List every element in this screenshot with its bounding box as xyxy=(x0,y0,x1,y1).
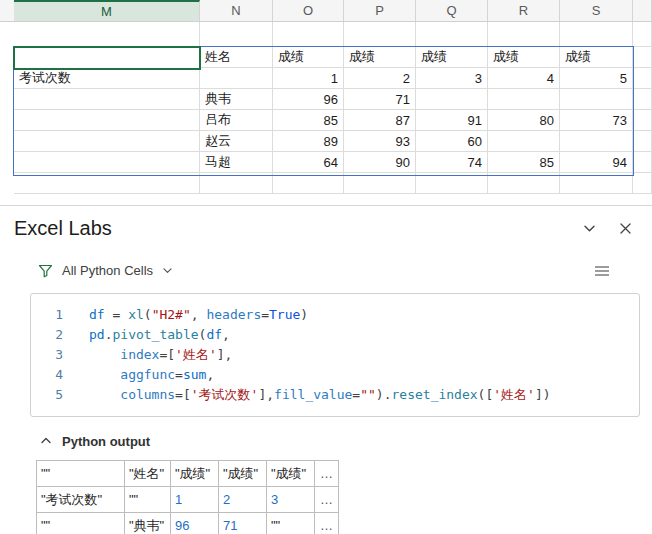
cell[interactable] xyxy=(488,89,560,110)
cell[interactable] xyxy=(14,22,200,47)
cell[interactable]: 典韦 xyxy=(200,89,273,110)
output-cell: "" xyxy=(37,461,125,487)
cell[interactable] xyxy=(200,22,273,47)
code-text: columns=['考试次数'],fill_value="").reset_in… xyxy=(89,385,551,405)
cell[interactable] xyxy=(560,131,633,152)
cell[interactable]: 考试次数 xyxy=(14,68,200,89)
cell[interactable] xyxy=(14,131,200,152)
cell[interactable] xyxy=(633,89,652,110)
output-table: """姓名""成绩""成绩""成绩"…"考试次数"""123…"""典韦"967… xyxy=(36,460,339,534)
cell[interactable]: 成绩 xyxy=(488,47,560,68)
cell[interactable] xyxy=(488,173,560,194)
cell[interactable] xyxy=(416,173,488,194)
cell[interactable]: 85 xyxy=(488,152,560,173)
cell[interactable] xyxy=(633,173,652,194)
cell[interactable] xyxy=(14,152,200,173)
cell[interactable]: 3 xyxy=(416,68,488,89)
cell[interactable]: 成绩 xyxy=(273,47,344,68)
cell[interactable]: 85 xyxy=(273,110,344,131)
cell[interactable] xyxy=(488,131,560,152)
column-header-blank[interactable] xyxy=(633,0,652,21)
cell[interactable] xyxy=(200,68,273,89)
cell[interactable]: 4 xyxy=(488,68,560,89)
column-header-M[interactable]: M xyxy=(14,0,200,21)
code-line-4[interactable]: 4 aggfunc=sum, xyxy=(31,365,639,385)
filter-icon xyxy=(38,263,53,278)
line-number: 3 xyxy=(31,345,63,365)
cell[interactable]: 2 xyxy=(344,68,416,89)
cell[interactable] xyxy=(416,89,488,110)
python-output-header[interactable]: Python output xyxy=(40,431,652,451)
sheet-row: 赵云899360 xyxy=(0,131,652,152)
cell[interactable]: 成绩 xyxy=(416,47,488,68)
cell[interactable]: 60 xyxy=(416,131,488,152)
cell[interactable] xyxy=(633,47,652,68)
cell[interactable]: 成绩 xyxy=(560,47,633,68)
cell[interactable] xyxy=(560,22,633,47)
cell[interactable]: 马超 xyxy=(200,152,273,173)
cell[interactable] xyxy=(488,22,560,47)
cell[interactable] xyxy=(273,173,344,194)
code-text: aggfunc=sum, xyxy=(89,365,214,385)
cell[interactable]: 96 xyxy=(273,89,344,110)
close-icon[interactable] xyxy=(619,222,632,235)
code-line-5[interactable]: 5 columns=['考试次数'],fill_value="").reset_… xyxy=(31,385,639,405)
cell[interactable]: 89 xyxy=(273,131,344,152)
cell[interactable]: 吕布 xyxy=(200,110,273,131)
cell[interactable] xyxy=(633,110,652,131)
cell[interactable]: 90 xyxy=(344,152,416,173)
chevron-up-icon[interactable] xyxy=(40,435,52,447)
code-line-3[interactable]: 3 index=['姓名'], xyxy=(31,345,639,365)
cell[interactable]: 71 xyxy=(344,89,416,110)
cell[interactable]: 87 xyxy=(344,110,416,131)
cell[interactable] xyxy=(633,131,652,152)
cell[interactable]: 93 xyxy=(344,131,416,152)
cell[interactable] xyxy=(273,22,344,47)
cell[interactable] xyxy=(416,22,488,47)
cell[interactable]: 赵云 xyxy=(200,131,273,152)
cell[interactable] xyxy=(14,89,200,110)
cell[interactable]: 成绩 xyxy=(344,47,416,68)
menu-icon[interactable] xyxy=(594,263,610,277)
cell[interactable]: 1 xyxy=(273,68,344,89)
cell[interactable]: 80 xyxy=(488,110,560,131)
cell[interactable]: 64 xyxy=(273,152,344,173)
cell[interactable] xyxy=(14,173,200,194)
cell[interactable] xyxy=(633,68,652,89)
cell[interactable] xyxy=(560,89,633,110)
cell[interactable] xyxy=(14,110,200,131)
cell[interactable]: 姓名 xyxy=(200,47,273,68)
cell[interactable]: 91 xyxy=(416,110,488,131)
chevron-down-icon[interactable] xyxy=(582,221,597,236)
chevron-down-small-icon[interactable] xyxy=(162,265,173,276)
code-editor[interactable]: 1df = xl("H2#", headers=True)2pd.pivot_t… xyxy=(30,293,640,417)
cell[interactable] xyxy=(633,22,652,47)
cell[interactable] xyxy=(200,173,273,194)
column-header-S[interactable]: S xyxy=(560,0,633,21)
column-header-P[interactable]: P xyxy=(344,0,416,21)
code-line-1[interactable]: 1df = xl("H2#", headers=True) xyxy=(31,305,639,325)
cell[interactable] xyxy=(344,173,416,194)
column-header-R[interactable]: R xyxy=(488,0,560,21)
toolbar: All Python Cells xyxy=(0,251,652,289)
column-header-O[interactable]: O xyxy=(273,0,344,21)
column-header-Q[interactable]: Q xyxy=(416,0,488,21)
cell[interactable]: 94 xyxy=(560,152,633,173)
cell[interactable] xyxy=(344,22,416,47)
cells-filter-dropdown[interactable]: All Python Cells xyxy=(62,263,153,278)
column-header-N[interactable]: N xyxy=(200,0,273,21)
cell[interactable] xyxy=(633,152,652,173)
cell[interactable] xyxy=(560,173,633,194)
row-sliver xyxy=(0,89,14,110)
code-text: index=['姓名'], xyxy=(89,345,232,365)
output-cell: 1 xyxy=(171,487,219,513)
code-line-2[interactable]: 2pd.pivot_table(df, xyxy=(31,325,639,345)
output-row: """姓名""成绩""成绩""成绩"… xyxy=(37,461,339,487)
cell[interactable]: 74 xyxy=(416,152,488,173)
cell[interactable]: 73 xyxy=(560,110,633,131)
line-number: 2 xyxy=(31,325,63,345)
cell[interactable]: 5 xyxy=(560,68,633,89)
active-cell[interactable] xyxy=(13,46,201,70)
output-cell: "" xyxy=(37,513,125,534)
output-cell: "典韦" xyxy=(125,513,171,534)
